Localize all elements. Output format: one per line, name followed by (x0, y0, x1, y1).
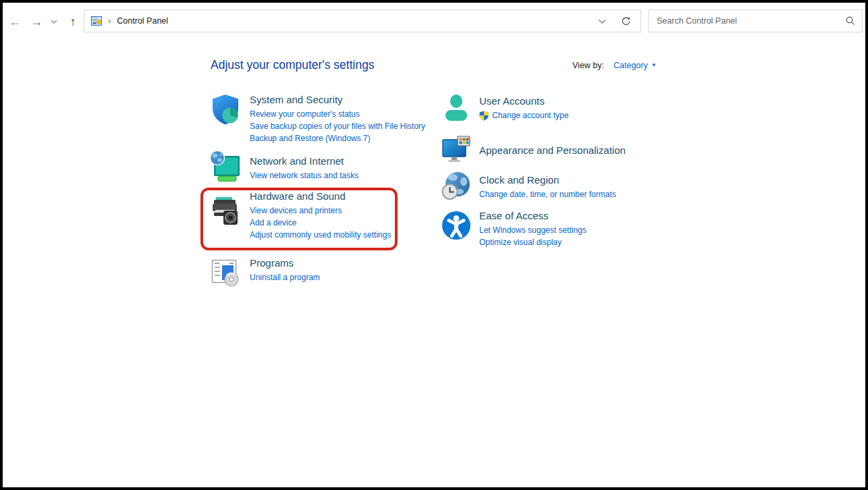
navigation-toolbar: ← → ↑ › Control Panel (3, 3, 865, 40)
address-dropdown-chevron-icon[interactable] (598, 18, 606, 24)
category-ease-of-access: Ease of Access Let Windows suggest setti… (441, 209, 587, 248)
link-let-windows-suggest-settings[interactable]: Let Windows suggest settings (479, 224, 587, 236)
link-optimize-visual-display[interactable]: Optimize visual display (479, 236, 587, 248)
monitor-palette-icon[interactable] (441, 135, 471, 165)
breadcrumb-item-control-panel[interactable]: Control Panel (117, 16, 168, 26)
category-appearance-and-personalization: Appearance and Personalization (441, 135, 626, 165)
category-title-system-and-security[interactable]: System and Security (250, 93, 425, 106)
link-adjust-mobility-settings[interactable]: Adjust commonly used mobility settings (250, 229, 391, 241)
link-view-network-status[interactable]: View network status and tasks (250, 169, 358, 182)
category-title-appearance-and-personalization[interactable]: Appearance and Personalization (479, 144, 626, 157)
printer-speaker-icon[interactable] (209, 196, 242, 228)
link-change-account-type[interactable]: Change account type (492, 109, 568, 121)
view-by-label: View by: (572, 61, 604, 70)
back-button[interactable]: ← (4, 3, 26, 40)
control-panel-icon[interactable] (91, 16, 102, 26)
address-bar[interactable]: › Control Panel (84, 9, 641, 32)
link-review-computer-status[interactable]: Review your computer's status (250, 108, 425, 120)
page-title: Adjust your computer's settings (211, 58, 375, 72)
dropdown-caret-icon: ▼ (651, 63, 657, 68)
up-button[interactable]: ↑ (62, 3, 84, 40)
search-icon[interactable] (846, 16, 855, 26)
category-title-hardware-and-sound[interactable]: Hardware and Sound (250, 190, 391, 202)
refresh-icon[interactable] (621, 16, 631, 26)
category-programs: Programs Uninstall a program (209, 254, 320, 288)
user-silhouette-icon[interactable] (441, 93, 471, 123)
category-title-user-accounts[interactable]: User Accounts (479, 94, 568, 107)
search-input[interactable] (655, 16, 846, 26)
breadcrumb-chevron-icon: › (108, 16, 111, 26)
link-view-devices-and-printers[interactable]: View devices and printers (250, 205, 391, 217)
category-title-programs[interactable]: Programs (250, 256, 320, 269)
uac-shield-icon (479, 111, 489, 121)
category-hardware-and-sound: Hardware and Sound View devices and prin… (209, 190, 391, 241)
category-title-clock-and-region[interactable]: Clock and Region (479, 173, 616, 186)
program-window-disc-icon[interactable] (209, 255, 242, 288)
globe-clock-icon[interactable] (441, 171, 471, 200)
forward-button[interactable]: → (26, 3, 47, 40)
view-by-dropdown[interactable]: Category ▼ (614, 61, 657, 70)
accessibility-icon[interactable] (441, 211, 471, 240)
category-title-ease-of-access[interactable]: Ease of Access (479, 209, 587, 222)
search-box[interactable] (648, 9, 863, 32)
network-monitor-globe-icon[interactable] (209, 150, 242, 182)
view-by-control: View by: Category ▼ (572, 61, 657, 70)
link-uninstall-a-program[interactable]: Uninstall a program (250, 271, 320, 283)
category-clock-and-region: Clock and Region Change date, time, or n… (441, 171, 616, 200)
category-network-and-internet: Network and Internet View network status… (209, 150, 358, 182)
control-panel-window: ← → ↑ › Control Panel (0, 0, 868, 490)
recent-locations-chevron-icon[interactable] (47, 3, 61, 40)
link-add-a-device[interactable]: Add a device (250, 217, 391, 229)
category-user-accounts: User Accounts Change account type (441, 93, 568, 123)
link-backup-restore-windows7[interactable]: Backup and Restore (Windows 7) (250, 132, 425, 144)
view-by-value[interactable]: Category (614, 61, 648, 70)
category-title-network-and-internet[interactable]: Network and Internet (250, 155, 358, 167)
category-system-and-security: System and Security Review your computer… (209, 93, 425, 144)
security-shield-icon[interactable] (209, 93, 242, 126)
link-change-date-time-formats[interactable]: Change date, time, or number formats (479, 188, 616, 200)
link-file-history-backup[interactable]: Save backup copies of your files with Fi… (250, 120, 425, 132)
